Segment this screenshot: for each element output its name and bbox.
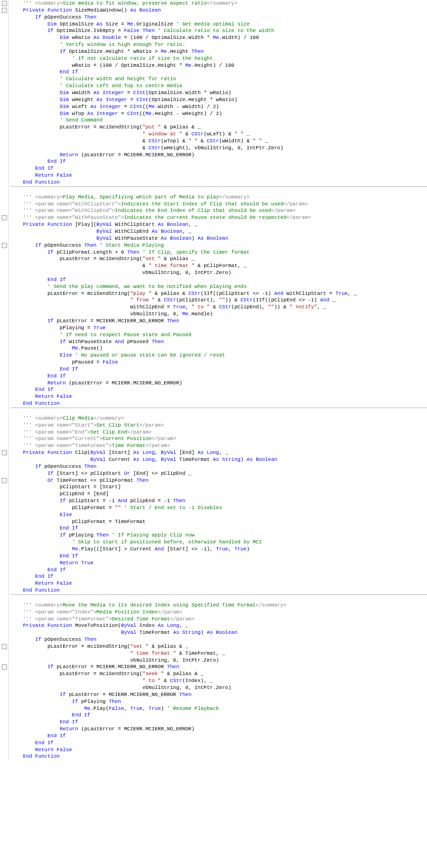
code-line: If OptimalSize.Height * wRatio > Me.Heig… — [11, 48, 427, 55]
code-line: " to " & CStr(Index), _ — [11, 677, 427, 684]
code-line: Dim wRatio As Double = (100 / OptimalSiz… — [11, 34, 427, 41]
code-line: Or TimeFormat <> pClipFormat Then — [11, 477, 427, 484]
section-separator — [11, 594, 427, 595]
code-line: End If — [11, 165, 427, 172]
code-line: End If — [11, 386, 427, 393]
code-line: Return False — [11, 747, 427, 753]
code-line: ' Calculate width and height for ratio — [11, 76, 427, 83]
code-line: End If — [11, 366, 427, 373]
code-line: If pLastError = MCIERR.MCIERR_NO_ERROR T… — [11, 664, 427, 670]
code-line: End If — [11, 733, 427, 740]
code-line: ''' <param name="WithClipStart">Indicate… — [11, 201, 427, 208]
code-line: & CStr(wHeight), vbNullString, 0, IntPtr… — [11, 145, 427, 152]
fold-toggle[interactable]: - — [2, 664, 7, 670]
fold-toggle[interactable]: - — [2, 478, 7, 483]
code-line: Else ' No paused or pause state can be i… — [11, 352, 427, 359]
code-line: ' Send Command — [11, 117, 427, 124]
code-line: ' Send the play command, we want to be n… — [11, 283, 427, 290]
code-line: WithClipEnd = True, " to " & CStr(pClipE… — [11, 304, 427, 311]
code-line: If pOpenSuccess Then — [11, 14, 427, 21]
code-line: & " time format " & pClipFormat, _ — [11, 262, 427, 269]
code-line: Else — [11, 511, 427, 518]
code-line: Private Function [Play](ByVal WithClipSt… — [11, 221, 427, 228]
code-line: ''' <param name="Start">Set Clip Start</… — [11, 422, 427, 429]
code-area: ''' <summary>Size media to fit window, p… — [9, 0, 427, 760]
code-line: End Function — [11, 179, 427, 186]
code-line: pClipStart = [Start] — [11, 484, 427, 491]
fold-toggle[interactable]: - — [2, 644, 7, 649]
code-line: ' Calculate Left and Top to centre media — [11, 83, 427, 89]
code-line: Return (pLastError = MCIERR.MCIERR_NO_ER… — [11, 380, 427, 387]
code-line: Me.Pause() — [11, 345, 427, 352]
code-line: wRatio = (100 / OptimalSize.Height * Me.… — [11, 62, 427, 69]
code-line: ''' <param name="TimeFormat">Time Format… — [11, 442, 427, 449]
code-line: ''' <param name="Index">Media Position I… — [11, 609, 427, 616]
code-line: End If — [11, 740, 427, 747]
code-line: If pLastError = MCIERR.MCIERR_NO_ERROR T… — [11, 691, 427, 698]
code-line: ''' <summary>Size media to fit window, p… — [11, 0, 427, 7]
code-line: pPlaying = True — [11, 325, 427, 332]
fold-toggle[interactable]: - — [2, 1, 7, 6]
code-line: pClipFormat = TimeFormat — [11, 518, 427, 525]
code-line: If pClipFormat.Length > 0 Then ' If Clip… — [11, 249, 427, 256]
code-line: pLastError = mciSendString("set " & pAli… — [11, 255, 427, 262]
code-line: Dim wTop As Integer = CInt((Me.Height - … — [11, 110, 427, 117]
code-line: If pOpenSuccess Then — [11, 463, 427, 470]
code-line: If pLastError = MCIERR.MCIERR_NO_ERROR T… — [11, 318, 427, 325]
code-line: vbNullString, 0, Me.Handle) — [11, 311, 427, 318]
code-line: vbNullString, 0, IntPtr.Zero) — [11, 269, 427, 276]
code-line: If [Start] <> pClipStart Or [End] <> pCl… — [11, 470, 427, 477]
code-line: ByVal WithPauseState As Boolean) As Bool… — [11, 235, 427, 242]
code-line — [11, 595, 427, 602]
code-line: Dim wLeft As Integer = CInt((Me.Width - … — [11, 103, 427, 110]
code-line: ByVal Current As Long, ByVal TimeFormat … — [11, 456, 427, 463]
section-separator — [11, 408, 427, 408]
code-editor: -------- ''' <summary>Size media to fit … — [0, 0, 427, 760]
fold-toggle[interactable]: - — [2, 450, 7, 455]
code-line: Return False — [11, 393, 427, 400]
fold-toggle[interactable]: - — [2, 243, 7, 248]
code-line: Private Function Clip(ByVal [Start] As L… — [11, 449, 427, 456]
code-line: End If — [11, 373, 427, 380]
fold-toggle[interactable]: - — [2, 215, 7, 220]
code-line: ByVal WithClipEnd As Boolean, _ — [11, 228, 427, 235]
code-line: " window at " & CStr(wLeft) & " " _ — [11, 131, 427, 138]
code-line: End If — [11, 567, 427, 574]
code-line — [11, 408, 427, 415]
code-line: End If — [11, 525, 427, 532]
code-line: pPaused = False — [11, 359, 427, 366]
code-line: End If — [11, 719, 427, 726]
code-line: If pPlaying Then — [11, 698, 427, 705]
code-line: Return False — [11, 580, 427, 587]
code-line: Private Function MoveToPosition(ByVal In… — [11, 622, 427, 629]
code-line: End Function — [11, 400, 427, 407]
code-line — [11, 187, 427, 194]
code-line: End If — [11, 276, 427, 283]
code-line: pClipEnd = [End] — [11, 491, 427, 498]
code-line: ''' <summary>Clip Media</summary> — [11, 415, 427, 422]
code-line: ''' <param name="End">Set Clip End</para… — [11, 429, 427, 436]
code-line: " time format " & TimeFormat, _ — [11, 650, 427, 657]
code-line: Return False — [11, 172, 427, 179]
code-line: End If — [11, 158, 427, 165]
code-line: Return (pLastError = MCIERR.MCIERR_NO_ER… — [11, 726, 427, 733]
code-line: pLastError = mciSendString("seek " & pAl… — [11, 670, 427, 677]
code-line: Return True — [11, 560, 427, 567]
code-line: vbNullString, 0, IntPtr.Zero) — [11, 657, 427, 664]
fold-toggle[interactable]: - — [2, 8, 7, 13]
code-line: ''' <summary>Move the Media to its desir… — [11, 602, 427, 609]
code-line: End Function — [11, 587, 427, 594]
code-line: pClipFormat = "" ' Start / End set to -1… — [11, 504, 427, 511]
section-separator — [11, 186, 427, 187]
code-line: End Function — [11, 753, 427, 760]
code-line: If pOpenSuccess Then ' Start Media Playi… — [11, 242, 427, 249]
code-line: ''' <param name="WithClipEnd">Indicates … — [11, 207, 427, 214]
code-line: ' If not calculate ratio if size to the … — [11, 55, 427, 62]
code-line: " from " & CStr(pClipStart), "")) & CStr… — [11, 297, 427, 304]
code-line: & CStr(wTop) & " " & CStr(wWidth) & " " … — [11, 138, 427, 145]
code-line: ' Skip to start if positioned before, ot… — [11, 539, 427, 546]
code-line: Me.Play(([Start] > Current And [Start] <… — [11, 546, 427, 553]
code-line: ''' <param name="Current">Current Positi… — [11, 435, 427, 442]
code-line: ''' <summary>Play Media, Specifiying whi… — [11, 194, 427, 201]
code-line: pLastError = mciSendString("put " & pAli… — [11, 124, 427, 131]
